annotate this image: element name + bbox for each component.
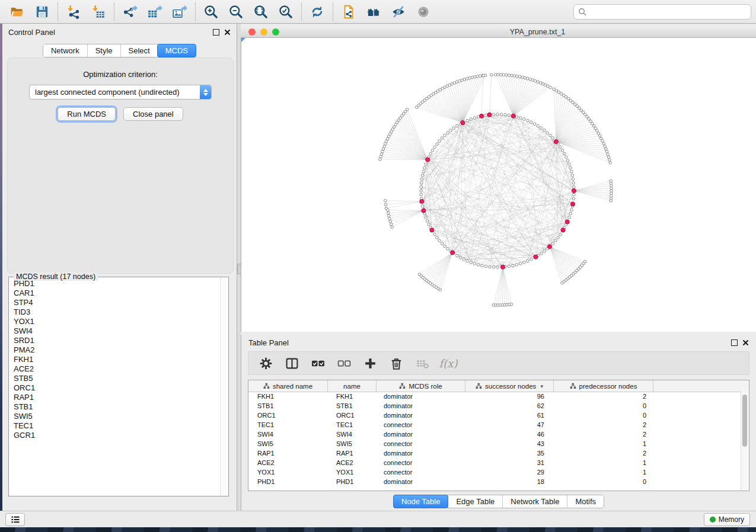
import-network-button[interactable] xyxy=(61,1,86,23)
mcds-node-item[interactable]: TEC1 xyxy=(9,421,221,431)
zoom-traffic-light[interactable] xyxy=(272,28,279,36)
mcds-node-item[interactable]: PMA2 xyxy=(9,345,221,355)
table-row[interactable]: FKH1FKH1dominator962 xyxy=(248,392,741,401)
graph-node xyxy=(389,220,392,223)
graph-node xyxy=(439,289,442,291)
mcds-node-item[interactable]: TID3 xyxy=(9,307,221,317)
mcds-node-item[interactable]: RAP1 xyxy=(9,393,221,402)
scrollbar-thumb[interactable] xyxy=(742,395,747,447)
import-table-button[interactable] xyxy=(86,1,111,23)
tab-mcds[interactable]: MCDS xyxy=(157,44,196,57)
float-panel-icon[interactable] xyxy=(213,29,219,36)
graph-node xyxy=(484,265,487,268)
mcds-node-item[interactable]: SWI5 xyxy=(9,412,221,421)
hide-selected-button[interactable] xyxy=(386,1,411,23)
close-panel-button[interactable]: Close panel xyxy=(123,107,183,121)
mcds-node-item[interactable]: PHD1 xyxy=(9,279,221,289)
refresh-layout-button[interactable] xyxy=(305,1,330,23)
zoom-fit-button[interactable] xyxy=(248,1,273,23)
network-window-titlebar[interactable]: YPA_prune.txt_1 xyxy=(241,26,756,38)
minimize-traffic-light[interactable] xyxy=(260,28,267,36)
mcds-node-item[interactable]: YOX1 xyxy=(9,317,221,326)
tab-network[interactable]: Network xyxy=(43,44,87,57)
zoom-selected-button[interactable] xyxy=(273,1,298,23)
table-row[interactable]: YOX1YOX1connector291 xyxy=(248,467,741,477)
graph-node xyxy=(379,158,382,161)
mcds-list-scrollbar[interactable] xyxy=(220,278,228,495)
mcds-node-item[interactable]: STB5 xyxy=(9,374,221,383)
network-canvas[interactable] xyxy=(241,38,756,332)
mcds-node-item[interactable]: GCR1 xyxy=(9,431,221,440)
export-image-button[interactable] xyxy=(167,1,192,23)
zoom-out-button[interactable] xyxy=(224,1,248,23)
mcds-node-item[interactable]: SWI4 xyxy=(9,326,221,336)
close-panel-icon[interactable] xyxy=(224,29,231,36)
column-header-shared-name[interactable]: shared name xyxy=(248,380,328,392)
column-header-name[interactable]: name xyxy=(328,380,377,392)
graph-node xyxy=(601,140,604,143)
cell-name: ACE2 xyxy=(328,458,377,467)
tab-select[interactable]: Select xyxy=(120,44,158,57)
add-column-button[interactable] xyxy=(360,354,380,373)
column-header-predecessor-nodes[interactable]: predecessor nodes xyxy=(554,380,653,392)
export-network-icon xyxy=(122,4,138,20)
mcds-node-item[interactable]: ACE2 xyxy=(9,364,221,374)
mcds-node-item[interactable]: FKH1 xyxy=(9,355,221,364)
cell-shared-name: SWI5 xyxy=(248,439,328,448)
delete-columns-button[interactable] xyxy=(386,354,406,373)
graph-hub-nodes[interactable] xyxy=(420,113,576,269)
column-label: predecessor nodes xyxy=(579,383,637,390)
table-scrollbar[interactable] xyxy=(741,392,749,491)
tab-network-table[interactable]: Network Table xyxy=(502,495,567,508)
deselect-all-checks-button[interactable] xyxy=(334,354,354,373)
graph-node xyxy=(529,78,532,81)
close-table-panel-icon[interactable] xyxy=(742,339,749,346)
mcds-node-item[interactable]: CAR1 xyxy=(9,289,221,298)
table-row[interactable]: PHD1PHD1dominator180 xyxy=(248,477,741,486)
optimization-criterion-select[interactable]: largest connected component (undirected) xyxy=(29,85,212,100)
show-hidden-button[interactable] xyxy=(411,1,436,23)
save-session-button[interactable] xyxy=(30,1,55,23)
export-table-button[interactable] xyxy=(142,1,167,23)
graph-node xyxy=(390,223,393,226)
run-mcds-button[interactable]: Run MCDS xyxy=(58,107,116,121)
open-file-button[interactable] xyxy=(5,1,30,23)
table-row[interactable]: STB1STB1dominator620 xyxy=(248,401,741,411)
table-row[interactable]: SWI5SWI5connector431 xyxy=(248,439,741,448)
tab-edge-table[interactable]: Edge Table xyxy=(448,495,502,508)
mcds-node-item[interactable]: SRD1 xyxy=(9,336,221,345)
memory-button[interactable]: Memory xyxy=(704,513,750,526)
column-header-MCDS-role[interactable]: MCDS role xyxy=(377,380,465,392)
table-row[interactable]: ORC1ORC1dominator610 xyxy=(248,411,741,420)
zoom-in-button[interactable] xyxy=(199,1,224,23)
first-neighbors-button[interactable] xyxy=(361,1,386,23)
graph-hub-node xyxy=(547,245,551,249)
close-traffic-light[interactable] xyxy=(248,28,256,36)
table-settings-button[interactable] xyxy=(256,354,276,373)
search-input[interactable] xyxy=(589,5,751,18)
mcds-node-item[interactable]: STB1 xyxy=(9,402,221,412)
mcds-result-list[interactable]: PHD1CAR1STP4TID3YOX1SWI4SRD1PMA2FKH1ACE2… xyxy=(9,279,221,495)
mcds-node-item[interactable]: ORC1 xyxy=(9,383,221,393)
table-row[interactable]: SWI4SWI4dominator462 xyxy=(248,430,741,439)
export-network-button[interactable] xyxy=(117,1,142,23)
mcds-node-item[interactable]: STP4 xyxy=(9,298,221,307)
search-box[interactable] xyxy=(573,4,751,20)
tab-node-table[interactable]: Node Table xyxy=(393,495,449,508)
table-row[interactable]: RAP1RAP1dominator352 xyxy=(248,448,741,458)
column-header-successor-nodes[interactable]: successor nodes▾ xyxy=(465,380,554,392)
tab-style[interactable]: Style xyxy=(87,44,120,57)
tab-motifs[interactable]: Motifs xyxy=(567,495,604,508)
graph-hub-node xyxy=(570,202,575,206)
new-network-from-selection-button[interactable] xyxy=(336,1,361,23)
show-panels-button[interactable] xyxy=(5,513,25,526)
column-visibility-button[interactable] xyxy=(282,354,302,373)
column-visibility-icon xyxy=(285,357,299,370)
table-row[interactable]: ACE2ACE2connector311 xyxy=(248,458,741,467)
table-row[interactable]: TEC1TEC1connector472 xyxy=(248,420,741,430)
float-table-panel-icon[interactable] xyxy=(731,339,738,346)
graph-node xyxy=(473,117,476,120)
open-file-icon xyxy=(9,4,25,20)
select-all-checks-button[interactable] xyxy=(308,354,328,373)
network-graph[interactable] xyxy=(241,38,756,332)
